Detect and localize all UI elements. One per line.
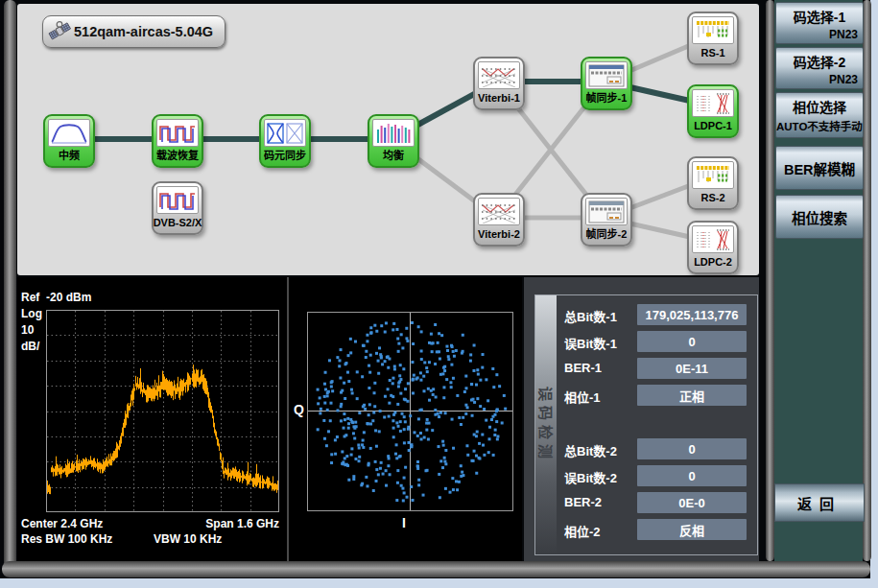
node-rs-1[interactable]: RS-1 <box>687 12 739 65</box>
bottom-margin <box>0 578 878 588</box>
node-label: DVB-S2/X <box>154 214 202 232</box>
ber-row-phase-1: 相位-1 正相 <box>564 385 752 406</box>
node-label: Viterbi-2 <box>478 225 520 244</box>
q-axis-label: Q <box>294 402 304 417</box>
i-axis-label: I <box>402 515 406 530</box>
node-carrier-recovery[interactable]: 载波恢复 <box>152 114 203 168</box>
scenario-title-button[interactable]: 512qam-aircas-5.04G <box>42 15 225 48</box>
node-label: LDPC-1 <box>694 117 732 135</box>
satellite-icon <box>48 20 71 44</box>
center-freq: Center 2.4 GHz <box>21 517 103 530</box>
spectrum-hump-icon <box>48 119 90 147</box>
ber-row-phase-2: 相位-2 反相 <box>564 519 752 540</box>
node-label: 中频 <box>59 147 80 165</box>
value-box: 179,025,113,776 <box>637 304 747 325</box>
value-box: 0 <box>637 331 747 352</box>
node-viterbi-2[interactable]: Viterbi-2 <box>473 193 525 247</box>
ber-row-total-bits-2: 总Bit数-2 0 <box>564 438 752 459</box>
frame-window-icon <box>585 198 628 225</box>
scale-10: 10 <box>21 323 34 337</box>
phase-select-value: AUTO不支持手动 <box>776 118 863 133</box>
ber-side-label: 误码检测 <box>536 387 557 463</box>
square-wave-icon <box>156 119 199 147</box>
node-label: 帧同步-1 <box>586 89 628 107</box>
code-select-1-value: PN23 <box>776 28 863 41</box>
trellis-icon <box>478 198 520 225</box>
span: Span 1.6 GHz <box>142 517 279 530</box>
code-select-1-button[interactable]: 码选择-1 PN23 <box>775 2 864 44</box>
back-button[interactable]: 返回 <box>774 483 865 522</box>
vbw: VBW 10 KHz <box>154 532 222 546</box>
ber-row-total-bits-1: 总Bit数-1 179,025,113,776 <box>564 304 752 325</box>
scale-log: Log <box>21 307 42 320</box>
code-select-2-button[interactable]: 码选择-2 PN23 <box>775 47 864 89</box>
value-box: 0E-11 <box>637 358 747 379</box>
node-viterbi-1[interactable]: Viterbi-1 <box>473 57 525 110</box>
node-label: 载波恢复 <box>156 147 199 165</box>
res-bw: Res BW 100 KHz <box>21 532 112 546</box>
frame-window-icon <box>585 61 628 89</box>
sidebar: 码选择-1 PN23 码选择-2 PN23 相位选择 AUTO不支持手动 BER… <box>774 0 863 561</box>
left-frame-bar <box>4 0 16 576</box>
sidebar-right-bar <box>863 0 871 561</box>
code-select-2-value: PN23 <box>776 73 863 86</box>
rs-coder-icon <box>692 161 734 189</box>
node-frame-sync-2[interactable]: 帧同步-2 <box>581 193 632 247</box>
scale-db: dB/ <box>21 340 39 353</box>
eye-diagram-icon <box>264 119 306 147</box>
bottom-frame-bar <box>2 561 870 577</box>
node-label: 帧同步-2 <box>586 225 628 244</box>
ber-region: 误码检测 总Bit数-1 179,025,113,776 误Bit数-1 0 B… <box>524 277 759 561</box>
value-box: 正相 <box>637 385 747 406</box>
ldpc-matrix-icon <box>692 225 734 253</box>
node-ldpc-2[interactable]: LDPC-2 <box>687 221 739 274</box>
node-label: Viterbi-1 <box>478 89 520 107</box>
square-wave-icon <box>156 186 199 214</box>
spectrum-trace-canvas <box>46 310 279 512</box>
ber-row-error-bits-2: 误Bit数-2 0 <box>564 465 752 486</box>
node-label: LDPC-2 <box>694 253 732 271</box>
node-ldpc-1[interactable]: LDPC-1 <box>687 84 739 138</box>
rs-coder-icon <box>692 16 734 44</box>
constellation-canvas <box>307 312 513 511</box>
ber-panel: 误码检测 总Bit数-1 179,025,113,776 误Bit数-1 0 B… <box>534 294 758 555</box>
node-symbol-sync[interactable]: 码元同步 <box>259 114 311 168</box>
value-box: 0E-0 <box>637 492 747 513</box>
phase-search-button[interactable]: 相位搜索 <box>775 195 864 239</box>
node-label: RS-2 <box>700 189 724 207</box>
spectrum-panel: Ref -20 dBm Log 10 dB/ Center 2.4 GHz Sp… <box>17 277 289 561</box>
scenario-title: 512qam-aircas-5.04G <box>74 24 213 39</box>
ref-level: Ref -20 dBm <box>21 291 91 304</box>
block-diagram-panel: 512qam-aircas-5.04G 中频 载波恢复 <box>17 4 759 275</box>
value-box: 0 <box>637 465 747 486</box>
node-dvb-s2x[interactable]: DVB-S2/X <box>152 181 203 235</box>
app-window: 512qam-aircas-5.04G 中频 载波恢复 <box>0 0 878 588</box>
equalizer-bars-icon <box>372 119 415 147</box>
sidebar-left-bar <box>766 0 774 561</box>
ber-row-error-bits-1: 误Bit数-1 0 <box>564 331 752 352</box>
value-box: 0 <box>637 438 747 459</box>
right-margin <box>870 0 878 588</box>
ber-deambiguity-button[interactable]: BER解模糊 <box>775 146 864 190</box>
constellation-panel: Q I <box>289 277 522 561</box>
phase-select-button[interactable]: 相位选择 AUTO不支持手动 <box>775 92 864 138</box>
ber-row-ber-1: BER-1 0E-11 <box>564 358 752 379</box>
ber-row-ber-2: BER-2 0E-0 <box>564 492 752 513</box>
trellis-icon <box>478 61 520 89</box>
node-if[interactable]: 中频 <box>43 114 95 168</box>
node-label: 均衡 <box>383 147 404 165</box>
node-rs-2[interactable]: RS-2 <box>687 156 739 210</box>
value-box: 反相 <box>637 519 747 540</box>
node-equalizer[interactable]: 均衡 <box>368 114 419 168</box>
node-label: RS-1 <box>700 44 724 62</box>
node-frame-sync-1[interactable]: 帧同步-1 <box>581 57 632 110</box>
node-label: 码元同步 <box>264 147 306 165</box>
ldpc-matrix-icon <box>692 89 734 117</box>
ber-side-strip: 误码检测 <box>535 295 557 554</box>
